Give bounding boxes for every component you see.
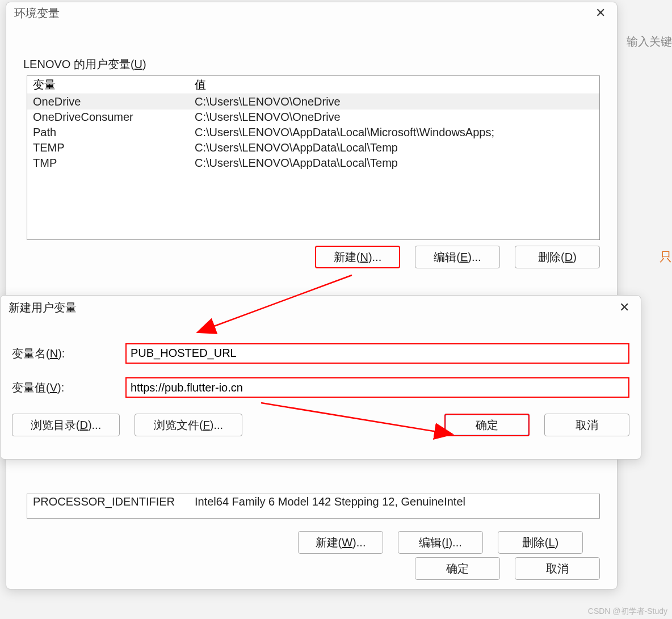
variable-value-input[interactable] [125, 377, 629, 398]
variable-name-input[interactable] [125, 343, 629, 364]
delete-user-var-button[interactable]: 删除(D) [515, 246, 600, 268]
list-row[interactable]: TMP C:\Users\LENOVO\AppData\Local\Temp [27, 155, 599, 171]
edit-user-var-button[interactable]: 编辑(E)... [415, 246, 500, 268]
close-icon[interactable]: ✕ [615, 299, 634, 316]
browse-directory-button[interactable]: 浏览目录(D)... [12, 414, 120, 436]
list-row[interactable]: OneDrive C:\Users\LENOVO\OneDrive [27, 94, 599, 110]
user-vars-button-row: 新建(N)... 编辑(E)... 删除(D) [6, 246, 600, 268]
list-header: 变量 值 [27, 76, 599, 94]
delete-system-var-button[interactable]: 删除(L) [498, 531, 583, 554]
list-row[interactable]: OneDriveConsumer C:\Users\LENOVO\OneDriv… [27, 110, 599, 125]
list-row[interactable]: Path C:\Users\LENOVO\AppData\Local\Micro… [27, 125, 599, 140]
variable-name-label: 变量名(N): [12, 346, 125, 361]
variable-value-label: 变量值(V): [12, 380, 125, 395]
new-var-dialog-title: 新建用户变量 [9, 300, 615, 315]
new-var-cancel-button[interactable]: 取消 [544, 414, 629, 436]
new-user-var-button[interactable]: 新建(N)... [315, 246, 400, 268]
env-cancel-button[interactable]: 取消 [515, 557, 600, 580]
new-system-var-button[interactable]: 新建(W)... [298, 531, 383, 554]
user-vars-listbox[interactable]: 变量 值 OneDrive C:\Users\LENOVO\OneDrive O… [27, 75, 600, 240]
env-dialog-title: 环境变量 [14, 6, 591, 21]
bg-right-orange: 只 [660, 249, 672, 266]
bg-search-hint: 输入关键 [627, 34, 672, 49]
header-value[interactable]: 值 [189, 76, 599, 94]
header-variable[interactable]: 变量 [27, 76, 189, 94]
watermark: CSDN @初学者-Study [588, 607, 667, 617]
system-vars-button-row: 新建(W)... 编辑(I)... 删除(L) [27, 531, 583, 554]
list-row[interactable]: TEMP C:\Users\LENOVO\AppData\Local\Temp [27, 140, 599, 155]
env-ok-button[interactable]: 确定 [415, 557, 500, 580]
browse-file-button[interactable]: 浏览文件(F)... [135, 414, 242, 436]
edit-system-var-button[interactable]: 编辑(I)... [398, 531, 483, 554]
new-user-variable-dialog: 新建用户变量 ✕ 变量名(N): 变量值(V): 浏览目录(D)... 浏览文件… [0, 295, 641, 460]
user-vars-section-label: LENOVO 的用户变量(U) [23, 57, 617, 72]
new-var-ok-button[interactable]: 确定 [444, 414, 530, 436]
close-icon[interactable]: ✕ [591, 5, 610, 22]
system-vars-listbox[interactable]: PROCESSOR_IDENTIFIER Intel64 Family 6 Mo… [27, 494, 600, 519]
list-row[interactable]: PROCESSOR_IDENTIFIER Intel64 Family 6 Mo… [27, 494, 599, 509]
